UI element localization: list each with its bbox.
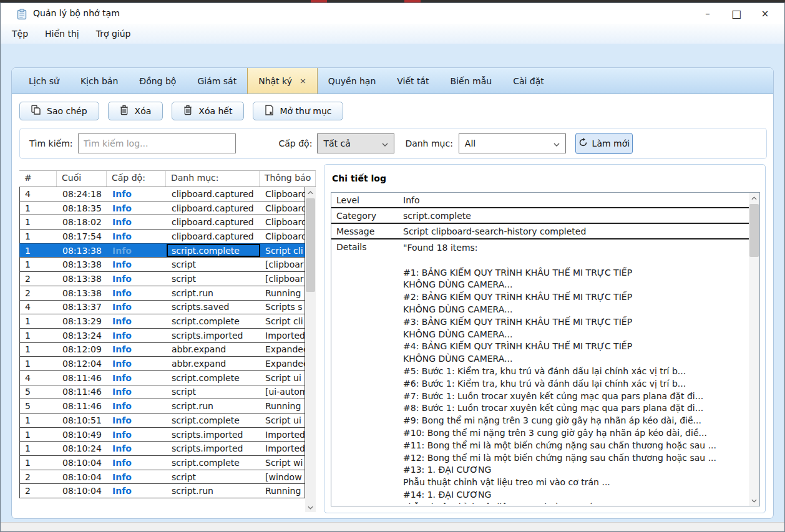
toolbar-button-0[interactable]: Sao chép [19,102,99,120]
cell: Clipboard [260,201,305,215]
cell: Info [107,286,167,300]
maximize-button[interactable]: □ [722,3,751,24]
scroll-down-icon[interactable] [749,495,759,506]
detail-text-line: #11: Bong thể mi là một biến chứng nặng … [403,440,759,452]
scroll-up-icon[interactable] [305,187,316,198]
status-bar [1,522,784,531]
cell: abbr.expand [167,357,260,370]
scroll-down-icon[interactable] [305,502,316,512]
cell: script.complete [167,456,260,470]
cell: script.complete [167,371,260,385]
column-header-2[interactable]: Cấp độ: [107,171,166,186]
log-row-17[interactable]: 108:10:49Infoscripts.importedImported [19,427,305,442]
tab-7[interactable]: Biến mẫu [440,68,503,94]
cell: Script wi [260,456,305,470]
cell: 1 [20,215,57,229]
log-row-0[interactable]: 408:24:18Infoclipboard.capturedClipboard [19,187,305,201]
level-select[interactable]: Tất cả [317,133,394,153]
cell: 08:10:24 [57,442,107,455]
log-row-14[interactable]: 508:11:46Infoscript[ui-autom [19,385,305,400]
search-input[interactable] [78,133,236,153]
chevron-down-icon [553,138,560,148]
detail-text-line: "Found 18 items: [403,242,759,254]
cell: Imported [260,428,305,442]
tab-label: Viết tắt [397,76,429,86]
detail-field-label: Details [331,239,403,252]
menu-item-1[interactable]: Hiển thị [45,29,79,39]
log-row-15[interactable]: 508:11:46Infoscript.runRunning [19,399,305,414]
tab-0[interactable]: Lịch sử [18,68,70,94]
scroll-up-icon[interactable] [749,193,759,203]
cell: clipboard.captured [167,187,260,201]
toolbar-button-1[interactable]: Xóa [108,102,163,120]
detail-text-line: KHÔNG DÙNG CAMERA... [403,353,759,365]
cell: 1 [20,343,57,357]
refresh-button[interactable]: Làm mới [575,133,633,154]
log-row-12[interactable]: 108:12:04Infoabbr.expandExpanded [19,356,305,371]
close-button[interactable]: × [751,3,779,24]
scrollbar-thumb[interactable] [749,204,759,257]
log-row-7[interactable]: 208:13:38Infoscript.runRunning [19,286,305,301]
tab-5[interactable]: Quyền hạn [318,68,386,94]
cell: Script ui [260,414,305,427]
tab-6[interactable]: Viết tắt [386,68,439,94]
menu-bar: TệpHiển thịTrợ giúp [1,24,784,44]
log-row-21[interactable]: 208:10:04Infoscript.runRunning [19,483,305,498]
column-header-1[interactable]: Cuối [57,171,107,186]
detail-scrollbar[interactable] [749,193,759,506]
detail-text-line: #1: BẢNG KIỂM QUY TRÌNH KHÂU THỂ MI TRỰC… [403,267,759,279]
tab-close-icon[interactable]: × [300,76,306,85]
log-row-16[interactable]: 108:10:51Infoscript.completeScript ui [19,413,305,428]
toolbar-button-2[interactable]: Xóa hết [172,102,244,120]
log-row-11[interactable]: 108:12:09Infoabbr.expandExpanded [19,342,305,357]
log-row-20[interactable]: 208:10:04Infoscript[window [19,470,305,485]
log-row-10[interactable]: 108:13:24Infoscripts.importedImported [19,328,305,343]
tab-4[interactable]: Nhật ký× [247,68,318,94]
cell: Info [107,442,167,455]
detail-text-line: KHÔNG DÙNG CAMERA... [403,329,759,341]
log-row-6[interactable]: 208:13:38Infoscript[clipboar [19,271,305,286]
cell: 08:13:24 [57,329,107,342]
tab-8[interactable]: Cài đặt [502,68,555,94]
tab-2[interactable]: Đồng bộ [129,68,187,94]
toolbar-button-3[interactable]: Mở thư mục [253,102,343,120]
menu-item-0[interactable]: Tệp [12,29,28,39]
log-row-18[interactable]: 108:10:24Infoscripts.importedImported [19,441,305,456]
scrollbar-thumb[interactable] [306,198,315,292]
cell: Info [107,230,167,243]
column-header-0[interactable]: # [19,171,57,186]
cell: [clipboar [260,258,305,271]
log-row-9[interactable]: 108:13:29Infoscript.completeScript cli [19,314,305,329]
minimize-button[interactable]: – [693,3,722,24]
log-row-3[interactable]: 108:17:54Infoclipboard.capturedClipboard [19,229,305,244]
log-row-19[interactable]: 108:10:04Infoscript.completeScript wi [19,455,305,470]
tab-1[interactable]: Kịch bản [70,68,129,94]
tab-label: Kịch bản [80,76,118,86]
cell: clipboard.captured [167,215,260,229]
log-row-2[interactable]: 108:18:02Infoclipboard.capturedClipboard [19,215,305,230]
detail-grid: LevelInfoCategoryscript.completeMessageS… [331,192,760,506]
cell: 2 [20,470,57,484]
cell: 08:13:29 [57,314,107,328]
log-row-1[interactable]: 108:18:35Infoclipboard.capturedClipboard [19,201,305,216]
column-header-4[interactable]: Thông báo [260,171,316,186]
log-table-scrollbar[interactable] [305,187,316,512]
cell: 2 [20,272,57,286]
cell: 08:11:46 [57,371,107,385]
log-row-5[interactable]: 108:13:38Infoscript[clipboar [19,257,305,272]
cell: 08:10:04 [57,456,107,470]
log-row-4[interactable]: 108:13:38Infoscript.completeScript cli [19,243,305,258]
category-select[interactable]: All [459,133,566,153]
tab-3[interactable]: Giám sát [187,68,247,94]
cell: 08:10:49 [57,428,107,442]
cell: Imported [260,442,305,455]
cell: Info [107,371,167,385]
column-header-3[interactable]: Danh mục: [166,171,260,186]
log-row-8[interactable]: 408:13:37Infoscripts.savedScripts s [19,300,305,315]
log-row-13[interactable]: 408:11:46Infoscript.completeScript ui [19,370,305,385]
menu-item-2[interactable]: Trợ giúp [96,29,131,39]
cell: [clipboar [260,272,305,286]
log-table-header: #CuốiCấp độ:Danh mục:Thông báo [19,171,316,187]
cell: 08:12:04 [57,357,107,370]
cell: 08:11:46 [57,385,107,399]
